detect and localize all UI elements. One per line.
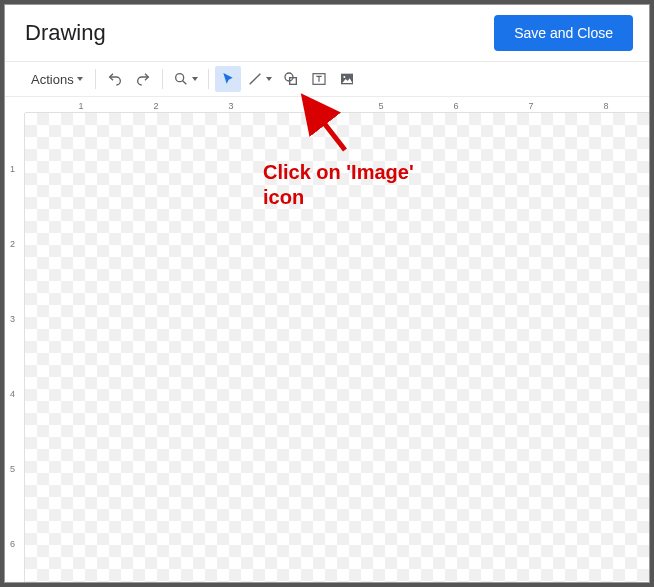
text-box-icon <box>311 71 327 87</box>
dialog-header: Drawing Save and Close <box>5 5 649 61</box>
image-icon <box>339 71 355 87</box>
redo-icon <box>135 71 151 87</box>
actions-label: Actions <box>31 72 74 87</box>
chevron-down-icon <box>266 77 272 81</box>
ruler-tick: 5 <box>10 464 15 474</box>
vertical-ruler: 1 2 3 4 5 6 <box>5 113 25 582</box>
undo-icon <box>107 71 123 87</box>
workspace: 1 2 3 4 5 6 7 8 1 2 3 4 5 6 <box>5 97 649 582</box>
ruler-tick: 5 <box>378 101 383 111</box>
shape-icon <box>283 71 299 87</box>
ruler-tick: 7 <box>528 101 533 111</box>
zoom-icon <box>173 71 189 87</box>
svg-line-2 <box>249 74 260 85</box>
undo-button[interactable] <box>102 66 128 92</box>
image-button[interactable] <box>334 66 360 92</box>
dialog-title: Drawing <box>25 20 106 46</box>
ruler-tick: 8 <box>603 101 608 111</box>
svg-point-7 <box>343 76 345 78</box>
chevron-down-icon <box>77 77 83 81</box>
shape-tool-button[interactable] <box>278 66 304 92</box>
save-and-close-button[interactable]: Save and Close <box>494 15 633 51</box>
separator <box>208 69 209 89</box>
toolbar: Actions <box>5 61 649 97</box>
svg-point-0 <box>175 74 183 82</box>
redo-button[interactable] <box>130 66 156 92</box>
ruler-tick: 4 <box>303 101 308 111</box>
separator <box>162 69 163 89</box>
drawing-dialog: Drawing Save and Close Actions <box>4 4 650 583</box>
ruler-tick: 3 <box>10 314 15 324</box>
svg-line-1 <box>182 81 186 85</box>
ruler-tick: 2 <box>10 239 15 249</box>
select-tool-button[interactable] <box>215 66 241 92</box>
actions-menu-button[interactable]: Actions <box>25 66 89 92</box>
drawing-canvas[interactable] <box>25 113 649 582</box>
ruler-tick: 1 <box>78 101 83 111</box>
ruler-tick: 6 <box>453 101 458 111</box>
ruler-tick: 1 <box>10 164 15 174</box>
ruler-tick: 6 <box>10 539 15 549</box>
separator <box>95 69 96 89</box>
chevron-down-icon <box>192 77 198 81</box>
ruler-tick: 3 <box>228 101 233 111</box>
select-arrow-icon <box>220 71 236 87</box>
ruler-tick: 4 <box>10 389 15 399</box>
zoom-button[interactable] <box>169 66 202 92</box>
horizontal-ruler: 1 2 3 4 5 6 7 8 <box>25 97 649 113</box>
line-tool-button[interactable] <box>243 66 276 92</box>
text-box-button[interactable] <box>306 66 332 92</box>
line-icon <box>247 71 263 87</box>
ruler-tick: 2 <box>153 101 158 111</box>
